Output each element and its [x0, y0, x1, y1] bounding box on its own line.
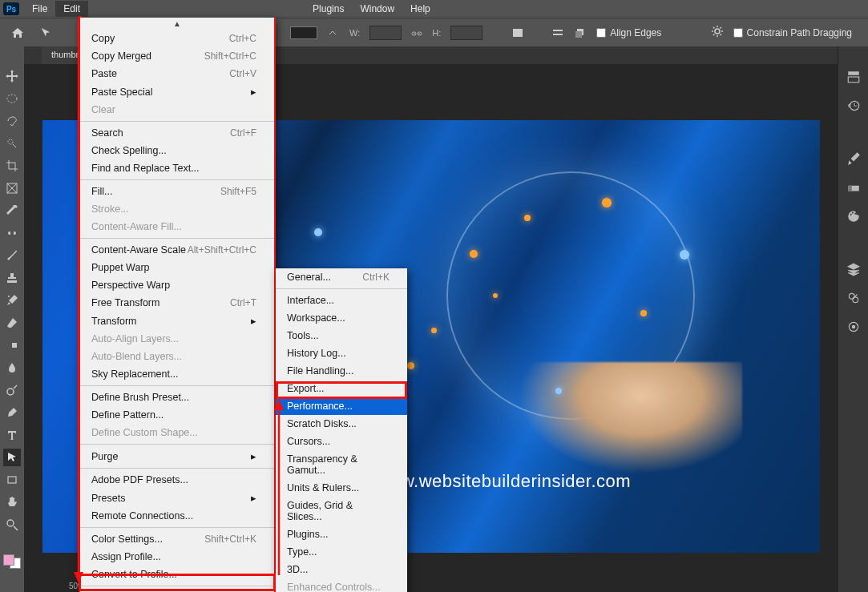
edit-menu-item[interactable]: Find and Replace Text...: [80, 159, 274, 177]
move-tool-indicator: [37, 24, 55, 42]
edit-menu-item[interactable]: Content-Aware ScaleAlt+Shift+Ctrl+C: [80, 241, 274, 259]
blur-tool-icon[interactable]: [3, 359, 21, 377]
dodge-tool-icon[interactable]: [3, 381, 21, 399]
crop-tool-icon[interactable]: [3, 157, 21, 175]
quick-select-tool-icon[interactable]: [3, 135, 21, 152]
edit-menu-item[interactable]: Paste Special▸: [80, 83, 274, 101]
edit-menu-item: Auto-Align Layers...: [80, 330, 274, 348]
brushes-panel-icon[interactable]: [844, 149, 863, 168]
edit-menu-item[interactable]: Adobe PDF Presets...: [80, 471, 274, 489]
svg-point-8: [7, 95, 17, 103]
pref-menu-item[interactable]: Transparency & Gamut...: [276, 450, 407, 479]
menu-help[interactable]: Help: [402, 1, 438, 17]
brush-tool-icon[interactable]: [3, 247, 21, 264]
edit-menu-item[interactable]: Perspective Warp: [80, 276, 274, 294]
gear-icon[interactable]: [711, 25, 724, 40]
frame-tool-icon[interactable]: [3, 179, 21, 197]
color-panel-icon[interactable]: [844, 207, 863, 226]
path-select-tool-icon[interactable]: [3, 449, 21, 466]
pref-menu-item[interactable]: Guides, Grid & Slices...: [276, 497, 407, 526]
pen-tool-icon[interactable]: [3, 404, 21, 421]
pref-menu-item[interactable]: 3D...: [276, 561, 407, 578]
pref-menu-item[interactable]: Workspace...: [276, 309, 407, 327]
link-icon[interactable]: [411, 29, 422, 37]
pref-menu-item[interactable]: Plugins...: [276, 526, 407, 543]
move-tool-icon[interactable]: [3, 67, 21, 85]
edit-menu-item[interactable]: Convert to Profile...: [80, 566, 274, 583]
eraser-tool-icon[interactable]: [3, 314, 21, 332]
path-align-icon[interactable]: [551, 27, 564, 38]
pref-menu-item[interactable]: File Handling...: [276, 362, 407, 380]
eyedropper-tool-icon[interactable]: [3, 202, 21, 219]
pref-menu-item[interactable]: Tools...: [276, 327, 407, 344]
pref-menu-item[interactable]: Type...: [276, 543, 407, 561]
shape-tool-icon[interactable]: [3, 471, 21, 489]
edit-menu-item[interactable]: Check Spelling...: [80, 142, 274, 159]
fill-swatch[interactable]: [290, 26, 317, 39]
edit-menu-item[interactable]: CopyCtrl+C: [80, 30, 274, 47]
edit-menu-item[interactable]: SearchCtrl+F: [80, 124, 274, 142]
edit-menu-item: Define Custom Shape...: [80, 424, 274, 441]
edit-menu-item[interactable]: Purge▸: [80, 447, 274, 465]
edit-menu-item[interactable]: Sky Replacement...: [80, 365, 274, 383]
zoom-tool-icon[interactable]: [3, 516, 21, 534]
pref-menu-item[interactable]: Scratch Disks...: [276, 415, 407, 433]
menu-edit[interactable]: Edit: [55, 1, 88, 17]
pref-menu-item[interactable]: Cursors...: [276, 433, 407, 450]
paths-panel-icon[interactable]: [844, 317, 863, 336]
menu-plugins[interactable]: Plugins: [305, 1, 352, 17]
edit-menu-item[interactable]: PasteCtrl+V: [80, 65, 274, 83]
home-button[interactable]: [8, 24, 27, 42]
marquee-tool-icon[interactable]: [3, 90, 21, 107]
edit-menu-item[interactable]: Define Pattern...: [80, 406, 274, 424]
edit-menu-item[interactable]: Copy MergedShift+Ctrl+C: [80, 47, 274, 65]
edit-menu-item[interactable]: Fill...Shift+F5: [80, 183, 274, 200]
edit-menu-item: Stroke...: [80, 200, 274, 218]
constrain-checkbox[interactable]: Constrain Path Dragging: [733, 27, 852, 38]
history-panel-icon[interactable]: [844, 96, 863, 115]
edit-menu-item[interactable]: Transform▸: [80, 312, 274, 330]
pref-menu-item[interactable]: Units & Rulers...: [276, 479, 407, 497]
healing-tool-icon[interactable]: [3, 224, 21, 242]
edit-menu-item[interactable]: Remote Connections...: [80, 507, 274, 525]
pref-menu-item[interactable]: General...Ctrl+K: [276, 268, 407, 286]
edit-menu-item[interactable]: Presets▸: [80, 489, 274, 507]
edit-menu-item[interactable]: Assign Profile...: [80, 548, 274, 566]
pref-menu-item[interactable]: Export...: [276, 380, 407, 397]
edit-menu-item[interactable]: Define Brush Preset...: [80, 389, 274, 406]
channels-panel-icon[interactable]: [844, 288, 863, 308]
properties-panel-icon[interactable]: [844, 67, 863, 87]
arrange-icon[interactable]: [574, 27, 587, 38]
color-swatch[interactable]: [3, 554, 21, 569]
menu-scroll-up[interactable]: ▲: [80, 18, 274, 30]
lasso-tool-icon[interactable]: [3, 112, 21, 130]
layers-panel-icon[interactable]: [844, 260, 863, 279]
hand-tool-icon[interactable]: [3, 493, 21, 511]
edit-menu-dropdown: ▲CopyCtrl+CCopy MergedShift+Ctrl+CPasteC…: [79, 18, 276, 592]
align-edges-checkbox[interactable]: Align Edges: [596, 27, 661, 38]
pref-menu-item[interactable]: History Log...: [276, 344, 407, 362]
pref-menu-item[interactable]: Interface...: [276, 292, 407, 309]
align-icon-1[interactable]: [511, 27, 524, 38]
edit-menu-item[interactable]: Puppet Warp: [80, 259, 274, 276]
menu-window[interactable]: Window: [352, 1, 402, 17]
width-input[interactable]: [369, 26, 402, 40]
type-tool-icon[interactable]: [3, 426, 21, 444]
svg-point-28: [852, 297, 858, 303]
svg-point-24: [850, 214, 851, 215]
svg-point-9: [8, 139, 13, 144]
edit-menu-item[interactable]: Free TransformCtrl+T: [80, 294, 274, 312]
edit-menu-item: Clear: [80, 101, 274, 119]
pref-menu-item[interactable]: Performance...: [276, 397, 407, 415]
gradient-tool-icon[interactable]: [3, 336, 21, 354]
swatches-panel-icon[interactable]: [844, 178, 863, 197]
stamp-tool-icon[interactable]: [3, 269, 21, 287]
swap-icon[interactable]: [327, 27, 340, 38]
edit-menu-item[interactable]: Keyboard Shortcuts...Alt+Shift+Ctrl+K: [80, 589, 274, 592]
height-input[interactable]: [450, 26, 482, 40]
svg-point-7: [715, 29, 720, 34]
svg-rect-15: [7, 343, 12, 348]
menu-file[interactable]: File: [24, 1, 55, 17]
edit-menu-item[interactable]: Color Settings...Shift+Ctrl+K: [80, 530, 274, 548]
history-brush-tool-icon[interactable]: [3, 292, 21, 309]
